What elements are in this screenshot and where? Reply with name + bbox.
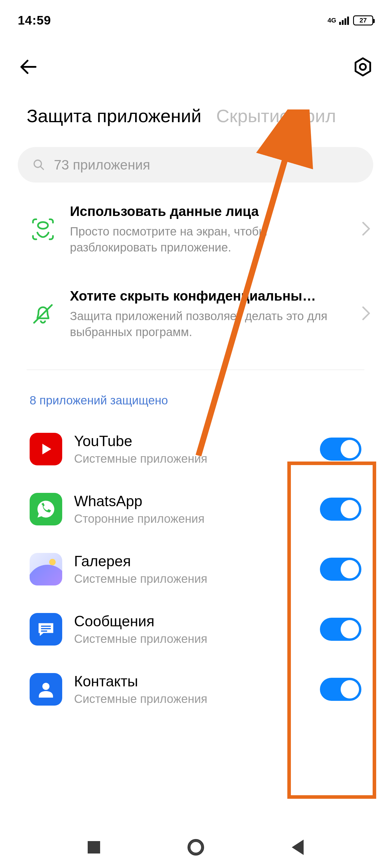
app-name: Сообщения: [74, 613, 308, 630]
chevron-right-icon: [362, 306, 370, 321]
gallery-icon: [30, 553, 62, 586]
messages-icon: [30, 613, 62, 646]
info-subtitle: Просто посмотрите на экран, чтобы разбло…: [70, 223, 348, 255]
search-input[interactable]: 73 приложения: [18, 147, 373, 183]
settings-button[interactable]: [353, 57, 373, 79]
app-row-gallery: Галерея Системные приложения: [0, 539, 391, 599]
gear-icon: [353, 57, 373, 77]
app-subtitle: Системные приложения: [74, 452, 308, 465]
chevron-right-icon: [362, 222, 370, 237]
network-type-label: 4G: [328, 17, 336, 24]
svg-point-1: [360, 64, 366, 70]
nav-home-button[interactable]: [188, 839, 204, 856]
toggle-whatsapp[interactable]: [320, 498, 361, 521]
bell-off-icon: [30, 301, 56, 327]
battery-percent: 27: [360, 17, 367, 24]
svg-rect-7: [41, 628, 51, 629]
app-row-contacts: Контакты Системные приложения: [0, 659, 391, 719]
header: [0, 33, 391, 91]
info-subtitle: Защита приложений позволяет делать это д…: [70, 308, 348, 340]
tab-app-protection[interactable]: Защита приложений: [27, 105, 201, 126]
svg-point-9: [43, 683, 50, 690]
svg-point-4: [38, 222, 48, 229]
tabs: Защита приложений Скрытие прил: [0, 91, 391, 141]
app-name: Галерея: [74, 553, 308, 570]
app-name: Контакты: [74, 673, 308, 690]
battery-icon: 27: [353, 16, 373, 26]
app-name: WhatsApp: [74, 493, 308, 510]
status-time: 14:59: [18, 13, 51, 28]
tab-app-hiding[interactable]: Скрытие прил: [216, 105, 336, 126]
face-scan-icon: [30, 216, 56, 243]
contacts-icon: [30, 673, 62, 706]
app-name: YouTube: [74, 433, 308, 450]
search-placeholder: 73 приложения: [54, 157, 150, 173]
svg-rect-6: [41, 625, 51, 627]
info-row-face-unlock[interactable]: Использовать данные лица Просто посмотри…: [0, 183, 391, 267]
nav-back-button[interactable]: [292, 840, 304, 855]
info-row-hide-apps[interactable]: Хотите скрыть конфиденциальны… Защита пр…: [0, 267, 391, 352]
app-list: YouTube Системные приложения WhatsApp Ст…: [0, 419, 391, 719]
back-button[interactable]: [18, 56, 39, 79]
app-subtitle: Сторонние приложения: [74, 512, 308, 525]
arrow-left-icon: [18, 56, 39, 78]
toggle-messages[interactable]: [320, 618, 361, 641]
app-row-youtube: YouTube Системные приложения: [0, 419, 391, 479]
svg-marker-0: [356, 58, 370, 75]
toggle-youtube[interactable]: [320, 438, 361, 461]
nav-recent-button[interactable]: [88, 841, 100, 854]
status-icons: 4G 27: [328, 16, 373, 26]
signal-icon: [339, 16, 349, 25]
app-row-whatsapp: WhatsApp Сторонние приложения: [0, 479, 391, 539]
svg-rect-8: [41, 630, 47, 631]
toggle-gallery[interactable]: [320, 558, 361, 581]
app-row-messages: Сообщения Системные приложения: [0, 599, 391, 659]
svg-line-3: [40, 166, 44, 169]
app-subtitle: Системные приложения: [74, 632, 308, 646]
android-nav-bar: [0, 827, 391, 868]
app-subtitle: Системные приложения: [74, 572, 308, 586]
whatsapp-icon: [30, 493, 62, 525]
info-title: Использовать данные лица: [70, 203, 348, 219]
info-title: Хотите скрыть конфиденциальны…: [70, 288, 348, 304]
youtube-icon: [30, 433, 62, 465]
status-bar: 14:59 4G 27: [0, 0, 391, 33]
toggle-contacts[interactable]: [320, 678, 361, 701]
search-icon: [33, 159, 45, 171]
app-subtitle: Системные приложения: [74, 692, 308, 706]
protected-count-header: 8 приложений защищено: [0, 370, 391, 419]
